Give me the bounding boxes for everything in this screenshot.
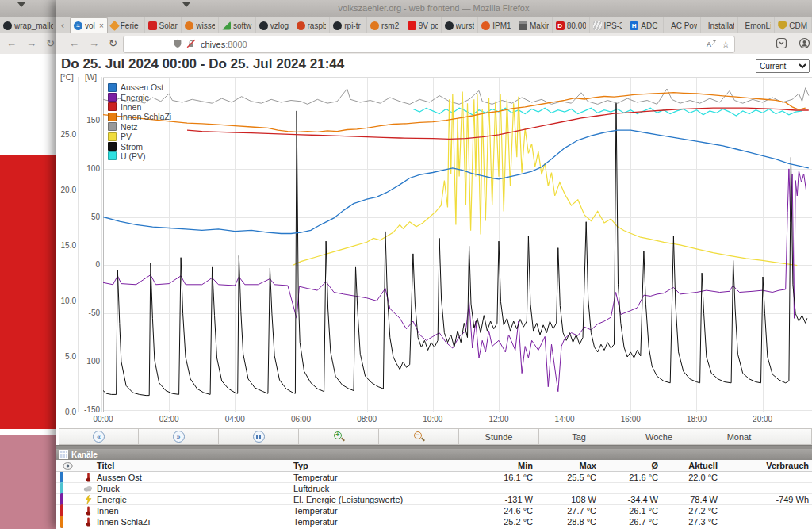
github-favicon: [333, 21, 342, 30]
toolbar-button-zoom-in[interactable]: +: [299, 428, 379, 445]
column-header-verbrauch[interactable]: Verbrauch: [718, 461, 809, 470]
channel-row[interactable]: DruckLuftdruck: [56, 483, 812, 494]
chart-svg[interactable]: [103, 77, 812, 412]
channel-avg: 26.7 °C: [596, 517, 658, 527]
tab-label: Installatio: [708, 21, 734, 30]
tab-scroll-left-button[interactable]: ‹: [56, 17, 70, 33]
channel-row[interactable]: Innen SchlaZiTemperatur25.2 °C28.8 °C26.…: [56, 516, 812, 527]
back-window-titlebar[interactable]: [0, 0, 57, 18]
bookmark-star-icon[interactable]: ☆: [722, 40, 730, 50]
browser-tab[interactable]: softw: [219, 17, 256, 33]
column-header-typ[interactable]: Typ: [293, 461, 468, 470]
legend-item: Innen SchlaZi: [108, 112, 171, 121]
window-titlebar[interactable]: volkszaehler.org - web frontend — Mozill…: [56, 0, 812, 18]
circle-favicon: [370, 21, 379, 30]
tab-close-icon[interactable]: ×: [99, 21, 104, 30]
browser-tab[interactable]: Solar: [145, 17, 182, 33]
reload-button[interactable]: ↻: [109, 33, 117, 54]
channels-table-header: Titel Typ Min Max Ø Aktuell Verbrauch: [56, 460, 812, 472]
channel-titel: Innen SchlaZi: [97, 517, 293, 527]
tab-label: vol: [85, 21, 97, 30]
browser-tab[interactable]: wrap_malloc/f: [0, 17, 57, 33]
circle-favicon: [481, 21, 490, 30]
forward-button[interactable]: →: [26, 33, 36, 54]
plot-area[interactable]: [103, 77, 812, 412]
browser-tab[interactable]: Installatio: [701, 17, 738, 33]
channel-avg: 26.1 °C: [596, 506, 658, 516]
pocket-icon[interactable]: [776, 37, 787, 52]
active-tab[interactable]: ≈vol×: [70, 17, 108, 33]
channel-avg: -34.4 W: [596, 495, 658, 504]
channel-typ: Temperatur: [293, 517, 468, 527]
forward-button[interactable]: →: [89, 33, 99, 54]
toolbar-button-pause[interactable]: [219, 428, 299, 445]
browser-tab[interactable]: Makin: [515, 17, 553, 33]
channel-min: -131 W: [468, 495, 533, 504]
browser-tab[interactable]: 9V po: [404, 17, 442, 33]
browser-tab[interactable]: D80.00: [553, 17, 590, 33]
column-header-min[interactable]: Min: [468, 461, 533, 470]
browser-tab[interactable]: IPS-3: [590, 17, 627, 33]
channels-panel-header[interactable]: Kanäle: [56, 449, 812, 460]
x-tick-label: 08:00: [347, 415, 387, 424]
legend-item: U (PV): [108, 151, 171, 161]
x-tick-label: 02:00: [149, 415, 189, 424]
toolbar-button-Stunde[interactable]: Stunde: [459, 428, 539, 445]
legend-label: Aussen Ost: [121, 82, 163, 92]
browser-tab[interactable]: CDM: [775, 17, 812, 33]
browser-tab[interactable]: AC Power: [664, 17, 701, 33]
github-favicon: [259, 21, 268, 30]
tab-label: Solar: [159, 21, 178, 30]
legend-label: PV: [121, 132, 132, 141]
toolbar-button-Tag[interactable]: Tag: [539, 428, 619, 445]
column-header-titel[interactable]: Titel: [97, 461, 293, 470]
tab-label: rsm2: [381, 21, 400, 30]
window-title: volkszaehler.org - web frontend — Mozill…: [56, 0, 812, 17]
channel-row[interactable]: EnergieEl. Energie (Leistungswerte)-131 …: [56, 494, 812, 505]
browser-tab[interactable]: wisse: [182, 17, 219, 33]
insecure-lock-icon[interactable]: [186, 37, 196, 52]
channel-aktuell: 27.2 °C: [658, 506, 718, 516]
column-header-avg[interactable]: Ø: [596, 461, 658, 470]
column-header-aktuell[interactable]: Aktuell: [658, 461, 718, 470]
back-button[interactable]: ←: [6, 33, 17, 54]
chart-region: [°C] [W] 0.05.010.015.020.025.0 -150-100…: [56, 75, 812, 428]
column-header-max[interactable]: Max: [533, 461, 596, 470]
legend-label: Netz: [121, 122, 138, 132]
y-tick-label: 50: [91, 213, 100, 221]
channel-checkbox[interactable]: [60, 516, 63, 528]
toolbar-button-zoom-out[interactable]: −: [379, 428, 459, 445]
browser-tab[interactable]: Ferie: [108, 17, 145, 33]
view-select[interactable]: Current: [756, 59, 810, 73]
toolbar-button-Monat[interactable]: Monat: [699, 428, 779, 445]
url-bar[interactable]: chives:8000 A ☆: [123, 36, 735, 53]
y-tick-label: 100: [86, 164, 100, 173]
browser-tab[interactable]: wurst: [442, 17, 479, 33]
reload-button[interactable]: ↻: [46, 33, 55, 54]
browser-tab[interactable]: rsm2: [367, 17, 404, 33]
y-tick-label: 0: [95, 260, 100, 269]
browser-tab[interactable]: raspb: [293, 17, 331, 33]
account-icon[interactable]: [799, 37, 810, 52]
browser-tab[interactable]: rpi-tr: [330, 17, 367, 33]
toolbar-button-step-forward[interactable]: »: [139, 428, 219, 445]
browser-tab[interactable]: IPM1: [478, 17, 515, 33]
visibility-eye-icon: [56, 462, 79, 470]
volkszaehler-page: Do 25. Jul 2024 00:00 - Do 25. Jul 2024 …: [56, 54, 812, 529]
back-button[interactable]: ←: [69, 33, 79, 54]
translate-icon[interactable]: A: [706, 37, 717, 52]
square-favicon: [408, 21, 416, 30]
tracking-shield-icon[interactable]: [173, 37, 182, 52]
channel-row[interactable]: InnenTemperatur24.6 °C27.7 °C26.1 °C27.2…: [56, 505, 812, 516]
browser-tab[interactable]: HADC S: [626, 17, 664, 33]
channel-row[interactable]: Aussen OstTemperatur16.1 °C25.5 °C21.6 °…: [56, 472, 812, 483]
tab-label: rpi-tr: [344, 21, 363, 30]
channel-typ: Temperatur: [293, 506, 468, 516]
tab-label: softw: [233, 21, 252, 30]
content-block-red: [0, 155, 56, 429]
browser-tab[interactable]: EmonLib: [738, 17, 776, 33]
url-text[interactable]: chives:8000: [201, 40, 247, 49]
toolbar-button-step-backward[interactable]: «: [59, 428, 139, 445]
toolbar-button-Woche[interactable]: Woche: [619, 428, 699, 445]
browser-tab[interactable]: vzlog: [256, 17, 293, 33]
